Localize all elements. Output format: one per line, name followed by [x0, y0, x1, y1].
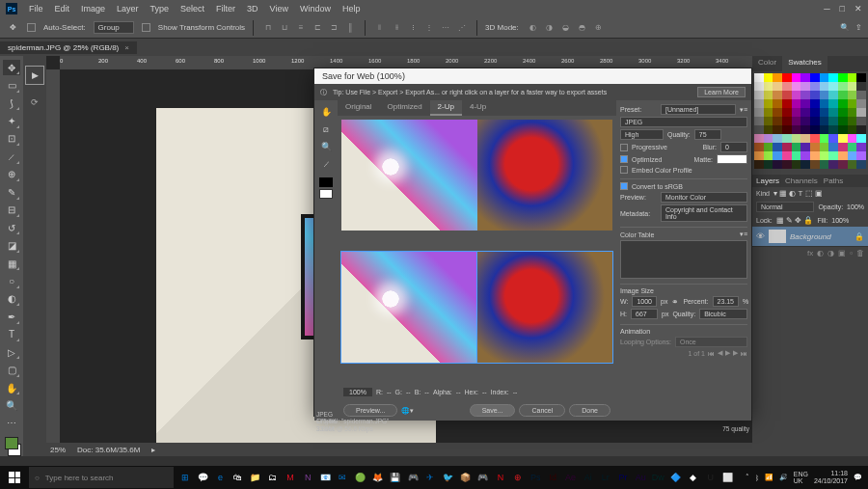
- mask-icon[interactable]: ◐: [817, 249, 824, 258]
- swatch[interactable]: [764, 73, 773, 82]
- swatch[interactable]: [838, 151, 848, 160]
- taskbar-app-icon[interactable]: 💬: [195, 468, 210, 487]
- zoom-tool[interactable]: 🔍: [3, 397, 20, 413]
- wifi-icon[interactable]: 📶: [765, 474, 773, 481]
- tab-optimized[interactable]: Optimized: [380, 100, 430, 116]
- swatch[interactable]: [810, 91, 820, 99]
- opacity-value[interactable]: 100%: [847, 204, 864, 210]
- swatch[interactable]: [764, 143, 773, 151]
- zoom-level[interactable]: 25%: [50, 446, 66, 454]
- crop-tool[interactable]: ⊡: [3, 131, 20, 147]
- percent-input[interactable]: 23.15: [713, 296, 740, 307]
- fill-value[interactable]: 100%: [831, 217, 849, 224]
- dodge-tool[interactable]: ◐: [3, 291, 20, 307]
- marquee-tool[interactable]: ▭: [3, 77, 20, 93]
- swatch[interactable]: [782, 73, 792, 82]
- swatch[interactable]: [856, 91, 866, 99]
- matte-color[interactable]: [717, 154, 747, 164]
- heal-tool[interactable]: ⊕: [3, 167, 20, 182]
- tab-original[interactable]: Original: [338, 100, 380, 116]
- start-button[interactable]: [0, 472, 29, 483]
- link-icon[interactable]: ⚭: [671, 297, 679, 307]
- swatch[interactable]: [848, 143, 857, 151]
- bluetooth-icon[interactable]: ᛒ: [755, 475, 759, 481]
- tab-2up[interactable]: 2-Up: [430, 100, 462, 116]
- menu-edit[interactable]: Edit: [55, 4, 70, 14]
- swatch[interactable]: [782, 160, 792, 169]
- taskbar-clock[interactable]: 11:1824/10/2017: [814, 470, 848, 484]
- taskbar-app-icon[interactable]: Id: [545, 468, 560, 487]
- distribute-icons[interactable]: ⫴⫵⫶ ⋮⋯⋰: [373, 21, 469, 35]
- save-button[interactable]: Save...: [470, 404, 516, 417]
- history-panel-icon[interactable]: ⟳: [27, 95, 42, 110]
- swatch[interactable]: [800, 73, 810, 82]
- swatch[interactable]: [820, 73, 829, 82]
- swatch[interactable]: [800, 160, 810, 169]
- eyedropper-icon[interactable]: ⟋: [318, 156, 334, 172]
- shape-tool[interactable]: ▢: [3, 362, 20, 377]
- swatch[interactable]: [856, 82, 866, 91]
- swatch[interactable]: [773, 143, 782, 151]
- metadata-select[interactable]: Copyright and Contact Info: [661, 204, 747, 222]
- menu-3d[interactable]: 3D: [247, 4, 258, 14]
- learn-more-button[interactable]: Learn More: [697, 87, 746, 97]
- swatch[interactable]: [820, 151, 829, 160]
- swatch[interactable]: [848, 125, 857, 134]
- swatch[interactable]: [773, 134, 782, 143]
- swatch[interactable]: [820, 99, 829, 108]
- swatch[interactable]: [810, 151, 820, 160]
- layer-row[interactable]: 👁 Background 🔒: [752, 227, 868, 246]
- swatch[interactable]: [782, 99, 792, 108]
- maximize-icon[interactable]: □: [840, 4, 845, 14]
- swatch[interactable]: [856, 125, 866, 134]
- swatch[interactable]: [838, 143, 848, 151]
- zoom-select[interactable]: 100%: [343, 388, 372, 396]
- taskbar-app-icon[interactable]: Ps: [528, 468, 543, 487]
- search-icon[interactable]: 🔍: [840, 23, 850, 32]
- swatch[interactable]: [764, 125, 773, 134]
- colortable-menu-icon[interactable]: ▾≡: [740, 231, 747, 238]
- taskbar-app-icon[interactable]: ✉: [335, 468, 350, 487]
- swatch[interactable]: [773, 108, 782, 117]
- swatch[interactable]: [773, 160, 782, 169]
- group-icon[interactable]: ▣: [838, 249, 846, 258]
- swatch[interactable]: [856, 151, 866, 160]
- swatch[interactable]: [773, 151, 782, 160]
- swatch[interactable]: [754, 99, 764, 108]
- swatch[interactable]: [810, 160, 820, 169]
- swatch[interactable]: [838, 73, 848, 82]
- swatch[interactable]: [800, 125, 810, 134]
- swatch[interactable]: [828, 143, 838, 151]
- blend-mode-select[interactable]: Normal: [756, 202, 814, 212]
- embed-profile-checkbox[interactable]: [620, 166, 628, 174]
- taskbar-app-icon[interactable]: 📁: [248, 468, 263, 487]
- history-brush-tool[interactable]: ↺: [3, 220, 20, 235]
- swatch[interactable]: [800, 91, 810, 99]
- preset-menu-icon[interactable]: ▾≡: [740, 106, 747, 114]
- swatch[interactable]: [782, 151, 792, 160]
- swatch[interactable]: [792, 99, 801, 108]
- swatch[interactable]: [764, 91, 773, 99]
- move-tool[interactable]: ✥: [3, 60, 20, 75]
- taskbar-app-icon[interactable]: M: [283, 468, 298, 487]
- swatch[interactable]: [800, 151, 810, 160]
- swatch[interactable]: [754, 160, 764, 169]
- adjust-icon[interactable]: ◑: [827, 249, 834, 258]
- taskbar-app-icon[interactable]: ✈: [422, 468, 438, 487]
- convert-srgb-checkbox[interactable]: [620, 182, 628, 190]
- taskbar-app-icon[interactable]: 💾: [388, 468, 403, 487]
- taskbar-app-icon[interactable]: 🦊: [370, 468, 386, 487]
- minimize-icon[interactable]: ─: [824, 4, 829, 14]
- original-preview[interactable]: [341, 120, 477, 231]
- swatch[interactable]: [810, 82, 820, 91]
- taskbar-app-icon[interactable]: ⊞: [177, 468, 193, 487]
- taskbar-app-icon[interactable]: Dw: [650, 468, 665, 487]
- swatch[interactable]: [800, 143, 810, 151]
- channels-tab[interactable]: Channels: [785, 177, 818, 185]
- swatch[interactable]: [754, 82, 764, 91]
- swatch[interactable]: [800, 108, 810, 117]
- swatch[interactable]: [838, 99, 848, 108]
- quality-input[interactable]: 75: [694, 129, 721, 140]
- optimized-preview-right[interactable]: [477, 252, 613, 363]
- menu-file[interactable]: File: [29, 4, 43, 14]
